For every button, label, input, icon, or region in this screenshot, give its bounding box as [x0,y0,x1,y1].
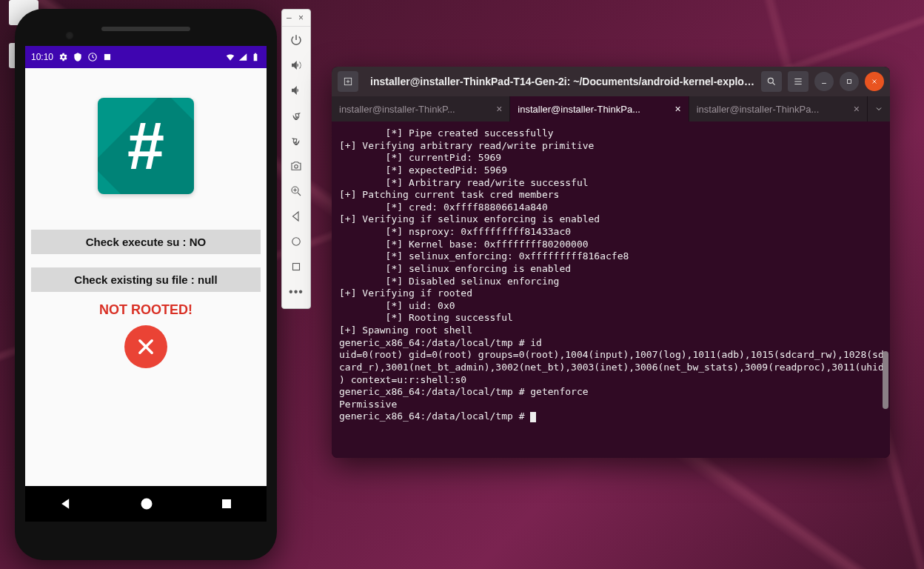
recents-nav-icon[interactable] [220,497,233,510]
x-icon [135,336,156,357]
square-icon [102,52,113,62]
rotate-right-button[interactable] [284,129,308,153]
svg-rect-12 [848,80,851,84]
emulator-window-controls: – × [282,14,310,27]
cursor [530,412,536,422]
signal-icon [238,52,248,62]
root-checker-icon: # [98,98,194,194]
svg-point-8 [292,238,301,246]
back-nav-icon[interactable] [58,496,73,511]
tab-close-icon[interactable]: × [849,103,860,115]
volume-up-button[interactable] [284,53,308,77]
terminal-titlebar[interactable]: installer@installer-ThinkPad-T14-Gen-2i:… [332,67,890,96]
phone-screen: 10:10 # Check execute su : NO Check exis… [25,46,267,522]
svg-rect-9 [293,264,300,270]
volume-down-button[interactable] [284,79,308,102]
app-body: # Check execute su : NO Check existing s… [25,68,267,522]
terminal-output: [*] Pipe created successfully [+] Verify… [339,127,884,422]
minimize-window-button[interactable] [814,72,834,91]
status-bar: 10:10 [25,46,267,68]
check-su-file-button[interactable]: Check existing su file : null [31,267,261,292]
overview-button[interactable] [284,255,308,279]
clock-icon [87,52,98,62]
terminal-tab-1[interactable]: installer@installer-ThinkP... × [332,96,510,122]
zoom-in-button[interactable] [284,179,308,203]
terminal-body[interactable]: [*] Pipe created successfully [+] Verify… [332,122,890,458]
clock-text: 10:10 [31,52,53,62]
minimize-icon[interactable]: – [287,14,294,21]
not-rooted-x-icon [124,325,167,368]
chevron-down-icon [874,104,883,113]
battery-icon [250,52,261,62]
shield-icon [73,52,83,62]
phone-camera [65,31,74,40]
tab-dropdown-button[interactable] [868,96,890,122]
svg-rect-3 [255,53,256,54]
search-button[interactable] [761,71,782,92]
terminal-tab-3[interactable]: installer@installer-ThinkPa... × [689,96,868,122]
close-icon[interactable]: × [298,14,306,21]
scrollbar-thumb[interactable] [883,351,888,409]
menu-button[interactable] [788,71,808,92]
power-button[interactable] [284,28,308,52]
back-button[interactable] [284,204,308,228]
tab-label: installer@installer-ThinkP... [339,104,455,115]
not-rooted-label: NOT ROOTED! [99,302,192,318]
android-navbar [25,486,267,522]
terminal-scrollbar[interactable] [881,122,888,458]
terminal-tabs: installer@installer-ThinkP... × installe… [332,96,890,122]
home-button[interactable] [284,230,308,253]
camera-button[interactable] [284,154,308,178]
home-nav-icon[interactable] [139,496,154,511]
terminal-tab-2[interactable]: installer@installer-ThinkPa... × [510,96,689,122]
tab-label: installer@installer-ThinkPa... [697,104,820,115]
phone-speaker [101,27,190,31]
emulator-controls-sidebar: – × ••• [281,9,311,309]
svg-rect-1 [104,54,110,60]
tab-close-icon[interactable]: × [670,103,680,115]
svg-point-11 [768,78,773,83]
svg-point-4 [141,499,151,508]
close-window-button[interactable] [865,72,884,91]
check-su-button[interactable]: Check execute su : NO [31,230,261,254]
wifi-icon [225,52,235,62]
android-emulator-phone: 10:10 # Check execute su : NO Check exis… [15,9,277,560]
svg-rect-5 [223,500,231,508]
gear-icon [58,52,68,62]
tab-close-icon[interactable]: × [492,103,502,115]
new-tab-button[interactable] [338,71,358,92]
hash-symbol: # [127,113,164,179]
terminal-title: installer@installer-ThinkPad-T14-Gen-2i:… [364,76,755,87]
tab-label: installer@installer-ThinkPa... [518,104,640,115]
maximize-window-button[interactable] [840,72,859,91]
svg-rect-2 [254,54,258,61]
rotate-left-button[interactable] [284,104,308,127]
svg-point-6 [295,165,298,169]
more-button[interactable]: ••• [284,280,308,304]
terminal-window: installer@installer-ThinkPad-T14-Gen-2i:… [332,67,890,458]
